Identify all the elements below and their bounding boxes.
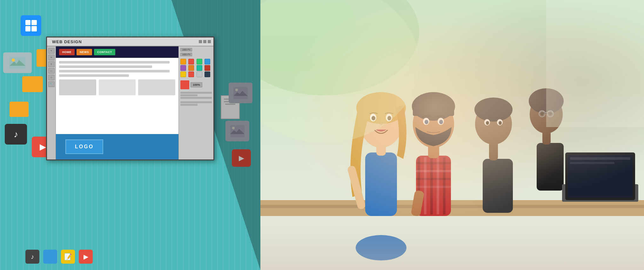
svg-point-55 [474,98,513,122]
percent-100: 100% [191,82,202,87]
svg-rect-24 [365,152,397,216]
nav-home-btn[interactable]: HOME [59,49,75,55]
swatch-9 [180,71,186,77]
web-design-screen: WEB DESIGN ↖ ✏ T □ ◇ 🔧 [46,37,214,160]
svg-rect-74 [546,0,644,127]
svg-rect-22 [260,205,644,208]
swatch-12 [205,71,210,77]
svg-point-66 [540,112,544,116]
panel-label-1600-2: 1600 PX [180,53,192,56]
titlebar-dots [199,40,211,43]
swatch-10 [188,71,194,77]
svg-point-11 [235,89,238,91]
svg-rect-60 [537,143,564,191]
logo-block: LOGO [65,139,103,154]
canvas-block-1 [59,79,96,95]
swatch-7 [197,65,202,71]
red-square-row: 100% [180,80,212,89]
svg-rect-52 [483,159,513,213]
left-panel: ♪ ▶ ▶ [0,0,260,270]
swatch-6 [188,65,194,71]
bottom-icons-row: ♪ 📝 ▶ [25,250,93,264]
canvas-content [56,58,178,98]
nav-contact-btn[interactable]: CONTACT [94,49,115,55]
bottom-sticky-icon: 📝 [61,250,75,264]
bottom-folder-icon [43,250,57,264]
canvas-area: HOME NEWS CONTACT [56,46,178,159]
panel-row-1: 1600 PX [180,48,212,51]
svg-rect-42 [416,186,451,188]
color-grid [180,59,212,77]
panel-label-1600-1: 1600 PX [180,48,192,51]
bottom-music-icon: ♪ [25,250,39,264]
nav-news-btn[interactable]: NEWS [77,49,92,55]
svg-point-58 [486,121,489,125]
photo-icon-1 [3,52,32,73]
tool-dropper[interactable]: 🔧 [48,81,55,87]
tool-diamond[interactable]: ◇ [48,75,55,80]
swatch-11 [197,71,202,77]
img-icon-1 [229,83,252,103]
swatch-2 [188,59,194,64]
right-panel [260,0,644,270]
svg-rect-46 [413,106,454,116]
folder-icon-2 [22,76,43,92]
swatch-1 [180,59,186,64]
canvas-logo-area: LOGO [56,134,178,159]
main-container: ♪ ▶ ▶ [0,0,644,270]
canvas-line-3 [59,70,170,72]
svg-rect-70 [568,155,633,198]
canvas-line-2 [59,65,152,68]
svg-rect-39 [416,162,451,164]
svg-rect-16 [44,252,50,255]
canvas-block-3 [138,79,175,95]
svg-rect-40 [416,170,451,172]
folder-icon-3 [10,102,29,117]
svg-rect-8 [10,104,19,108]
canvas-block-2 [99,79,136,95]
tool-type[interactable]: T [48,61,55,67]
swatch-3 [197,59,202,64]
screen-titlebar: WEB DESIGN [47,37,213,46]
tool-arrow[interactable]: ↖ [48,48,55,54]
svg-rect-41 [416,178,451,180]
svg-rect-72 [570,162,614,164]
screen-body: ↖ ✏ T □ ◇ 🔧 HOME NEWS CONTACT [47,46,213,159]
music-icon-1: ♪ [5,124,27,145]
svg-point-14 [232,127,235,129]
panel-row-2: 1600 PX [180,53,212,56]
svg-rect-6 [23,78,33,83]
svg-point-49 [425,120,428,124]
lines-block-2 [180,101,212,106]
svg-point-2 [12,58,15,62]
design-panel-right: 1600 PX 1600 PX [178,46,213,159]
swatch-4 [205,59,210,64]
tool-pencil[interactable]: ✏ [48,55,55,60]
red-square [180,80,189,89]
windows-icon [21,15,41,36]
swatch-5 [180,65,186,71]
bottom-play-icon: ▶ [79,250,93,264]
design-toolbar: ↖ ✏ T □ ◇ 🔧 [47,46,56,159]
svg-rect-71 [570,157,630,160]
canvas-line-1 [59,61,170,64]
swatch-8 [205,65,210,71]
office-scene-svg [260,0,644,270]
tool-rect[interactable]: □ [48,68,55,74]
canvas-nav: HOME NEWS CONTACT [56,46,178,58]
canvas-line-4 [59,74,129,77]
screen-title: WEB DESIGN [52,39,82,44]
svg-point-50 [439,120,443,124]
svg-point-59 [499,121,502,125]
youtube-icon-2: ▶ [232,149,251,167]
canvas-blocks [59,79,175,95]
img-icon-2 [225,121,249,141]
svg-point-23 [356,235,406,260]
lines-block-1 [180,92,212,99]
